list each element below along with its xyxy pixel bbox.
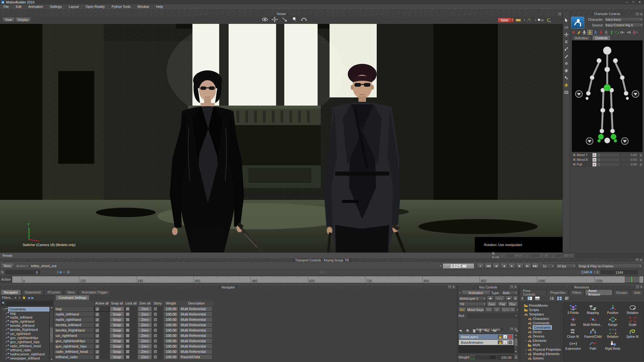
story-cell[interactable] [153, 312, 163, 317]
select-tool-icon[interactable] [563, 17, 570, 23]
ik-key-button[interactable]: K [592, 158, 597, 162]
history-back-icon[interactable] [520, 296, 525, 300]
step-forward-button[interactable]: ▶| [524, 264, 531, 268]
resources-tab-groups[interactable]: Groups [613, 289, 630, 295]
constraint-name-cell[interactable]: gun_rightHand_hips [54, 344, 94, 349]
zero-cell[interactable]: Zero [138, 317, 152, 322]
layer-name[interactable]: AnimLayer1 [460, 335, 498, 339]
layer-row-BaseAnimation[interactable]: BaseAnimation1 [459, 340, 514, 345]
animation-layers-scrollbar[interactable]: ▲ ≡ ▼ [514, 334, 518, 353]
undo-view-icon[interactable] [301, 16, 307, 23]
fk-button[interactable]: FK [485, 308, 492, 312]
tree-item-label[interactable]: gun_rightHand_hips [10, 340, 40, 344]
weight-cell[interactable]: 100.00 [164, 333, 178, 338]
menu-item-edit[interactable]: Edit [12, 5, 25, 8]
tree-item-beretta_RightHand[interactable]: beretta_RightHand [1, 327, 49, 332]
zero-cell[interactable]: Zero [138, 322, 152, 327]
lock-cell[interactable] [125, 322, 137, 327]
tree-item-mp5k_rightHand[interactable]: mp5k_rightHand [1, 319, 49, 323]
go-to-end-button[interactable]: ▶▶| [532, 264, 539, 268]
asset-mapping[interactable]: Mapping [583, 304, 603, 316]
navigator-tab-dopesheet[interactable]: Dopesheet [22, 289, 44, 295]
weight-cell[interactable]: 100.00 [164, 344, 178, 349]
delete-key-button[interactable]: ✕ [513, 296, 518, 301]
weight-cell[interactable]: 100.00 [164, 349, 178, 354]
current-frame-marker[interactable] [625, 276, 639, 283]
viewport-3d-scene[interactable]: Y [0, 24, 563, 252]
float-panel-icon[interactable]: ❐ [636, 13, 639, 16]
skeleton-mode-icon[interactable] [599, 30, 603, 35]
active-cell[interactable]: ✓ [95, 322, 109, 327]
constraint-name-cell[interactable]: mp5k_rightHand [54, 317, 94, 322]
asset-expression[interactable]: {x=}Expression [563, 340, 583, 352]
end-frame-field[interactable]: 1349 [601, 270, 638, 274]
body-part-mode-icon[interactable] [587, 30, 592, 35]
float-panel-icon[interactable]: ❐ [510, 285, 513, 288]
navigator-header[interactable]: Navigator ❐✕ [0, 285, 457, 289]
weight-cell[interactable]: 100.00 [164, 338, 178, 343]
tree-item-mp5k_leftHand[interactable]: mp5k_leftHand [1, 315, 49, 319]
flat-button[interactable]: Flat [497, 302, 508, 306]
sync-all-caret-icon[interactable]: ▾ [517, 309, 518, 311]
sync-all-button[interactable]: Sync. All [501, 308, 515, 312]
ref-select[interactable]: ▾ [467, 314, 518, 318]
orbit-tool-icon[interactable] [262, 16, 268, 23]
filter-star-cursor-icon[interactable]: ☆ [18, 296, 21, 299]
constraint-name-cell[interactable]: radio_leftHand_head [54, 349, 94, 354]
snap-cell[interactable]: Snap [110, 338, 124, 343]
resources-tab-sets[interactable]: Sets [631, 289, 644, 295]
ik-value[interactable]: 0.00 [621, 162, 638, 167]
lock-cell[interactable] [125, 306, 137, 311]
constraint-name-cell[interactable]: gun_rightHandHips [54, 338, 94, 343]
float-panel-icon[interactable]: ❐ [448, 285, 451, 288]
view-thumbnails-icon[interactable] [557, 296, 562, 300]
resources-tree-item-physical-properties[interactable]: +Physical Properties [521, 347, 561, 352]
weight-cell[interactable]: 100.00 [164, 322, 178, 327]
weight-value[interactable]: 100.00 [497, 355, 513, 359]
float-panel-icon[interactable]: ❐ [635, 258, 639, 261]
ik-slider[interactable] [597, 153, 620, 157]
pen-tool-icon[interactable] [563, 53, 570, 59]
ik-key-button[interactable]: K [592, 153, 597, 157]
weight-cell[interactable]: 100.00 [164, 317, 178, 322]
asset-path[interactable]: Path [583, 340, 603, 352]
timeline-zoom-knob[interactable]: ❬ 0 [56, 270, 69, 274]
navigator-search[interactable]: 🔍 [1, 301, 53, 306]
frame-counter[interactable]: 1325 00 [443, 263, 474, 269]
character-controls-header[interactable]: Character Controls ❐✕ [570, 13, 644, 16]
resources-tree-label[interactable]: Shading Elements [533, 352, 559, 356]
story-cell[interactable] [153, 322, 163, 327]
view-details-icon[interactable] [564, 296, 569, 300]
go-to-start-button[interactable]: |◀◀ [485, 264, 492, 268]
mirror-left-icon[interactable] [620, 30, 625, 35]
full-body-mode-icon[interactable] [582, 30, 586, 35]
2d-display-toggle[interactable]: 2D [537, 17, 544, 23]
asset-parentchild[interactable]: Parent/Child [583, 328, 603, 340]
lock-cell[interactable] [125, 344, 137, 349]
float-panel-icon[interactable]: ❐ [636, 285, 639, 288]
snap-cell[interactable]: Snap [110, 317, 124, 322]
weight-cell[interactable]: 100.00 [164, 328, 178, 333]
expand-icon[interactable]: + [525, 348, 528, 351]
resources-tree-item-tutorials[interactable]: Tutorials [521, 360, 561, 361]
resources-tree-item-scripts[interactable]: Scripts [521, 308, 561, 312]
lock-cell[interactable] [125, 349, 137, 354]
auto-key-icon[interactable] [458, 308, 466, 312]
layer-mute-icon[interactable] [508, 340, 513, 344]
resources-tree-label[interactable]: Devices [533, 334, 544, 338]
marker-pen-icon[interactable] [577, 30, 581, 35]
lock-filter-icon[interactable] [22, 296, 26, 300]
zero-cell[interactable]: Zero [138, 349, 152, 354]
start-frame-field[interactable]: 0 [5, 270, 40, 274]
tree-item-gun_rightHandHips[interactable]: gun_rightHandHips [1, 336, 49, 340]
tree-item-label[interactable]: newspaper_lefthand [10, 356, 40, 360]
scale-tool-icon[interactable] [281, 16, 288, 23]
resources-tree-item-decks[interactable]: Decks [521, 330, 561, 334]
constraint-name-cell[interactable]: uzi_rightHand [54, 333, 94, 338]
keying-group-ruler-icon[interactable] [515, 17, 522, 23]
story-cell[interactable] [153, 344, 163, 349]
tree-item-label[interactable]: bag [10, 311, 16, 315]
transport-header[interactable]: Transport Controls - Keying Group: TR ❐✕ [0, 258, 644, 262]
story-cell[interactable] [153, 354, 163, 359]
loop-end-knob[interactable] [590, 271, 592, 273]
